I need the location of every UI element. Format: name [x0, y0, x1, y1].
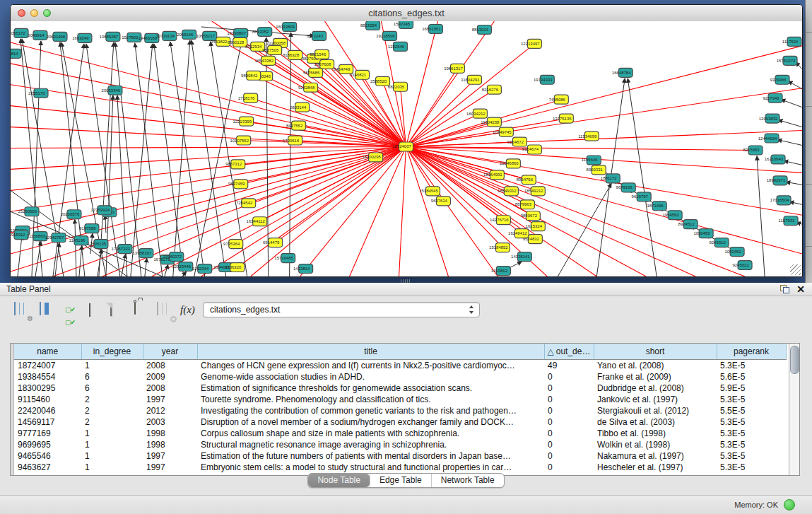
citation-edge[interactable]: [98, 249, 102, 276]
table-cell[interactable]: 2008: [143, 360, 197, 372]
column-header-name[interactable]: name: [14, 344, 81, 360]
citation-edge[interactable]: [11, 42, 406, 147]
table-cell[interactable]: Tibbo et al. (1998): [594, 428, 717, 439]
table-cell[interactable]: Wolkin et al. (1998): [594, 439, 717, 450]
citation-edge[interactable]: [131, 44, 153, 276]
table-cell[interactable]: Dudbridge et al. (2008): [594, 382, 717, 394]
table-cell[interactable]: 5.3E-5: [717, 416, 786, 428]
network-graph[interactable]: 2055172204391420691406166304910655287152…: [11, 21, 802, 276]
table-cell[interactable]: Franke et al. (2009): [594, 371, 717, 382]
table-cell[interactable]: 5.6E-5: [717, 371, 786, 382]
table-cell[interactable]: 5.3E-5: [717, 450, 786, 462]
table-cell[interactable]: 2003: [143, 416, 197, 428]
table-cell[interactable]: 0: [544, 462, 594, 473]
table-cell[interactable]: 0: [544, 416, 594, 428]
citation-edge[interactable]: [789, 201, 802, 204]
table-cell[interactable]: 6: [81, 371, 143, 382]
table-cell[interactable]: 9699695: [14, 439, 81, 450]
table-cell[interactable]: 1: [81, 428, 143, 439]
trash-icon[interactable]: [134, 302, 151, 319]
table-cell[interactable]: Nakamura et al. (1997): [594, 450, 717, 462]
table-cell[interactable]: 0: [544, 439, 594, 450]
citation-edge[interactable]: [406, 147, 597, 276]
table-cell[interactable]: Hescheler et al. (1997): [594, 462, 717, 473]
citation-edge[interactable]: [290, 33, 291, 276]
table-cell[interactable]: Changes of HCN gene expression and I(f) …: [197, 360, 544, 372]
table-cell[interactable]: 49: [544, 360, 594, 372]
citation-edge[interactable]: [406, 44, 535, 147]
table-cell[interactable]: 1997: [143, 394, 197, 405]
table-row[interactable]: 969969511998Structural magnetic resonanc…: [14, 439, 786, 450]
table-panel-titlebar[interactable]: Table Panel ✕: [0, 283, 812, 296]
citation-edge[interactable]: [241, 147, 406, 185]
table-cell[interactable]: Structural magnetic resonance image aver…: [197, 439, 544, 450]
citation-edge[interactable]: [115, 42, 141, 276]
table-row[interactable]: 1456911722003Disruption of a novel membe…: [14, 416, 786, 428]
table-cell[interactable]: 2008: [143, 382, 197, 394]
network-canvas[interactable]: 2055172204391420691406166304910655287152…: [11, 21, 802, 276]
column-header-short[interactable]: short: [594, 344, 717, 360]
table-cell[interactable]: 2012: [143, 405, 197, 416]
citation-edge[interactable]: [777, 140, 802, 146]
table-cell[interactable]: 2: [81, 405, 143, 416]
table-cell[interactable]: 0: [544, 428, 594, 439]
table-cell[interactable]: 0: [544, 450, 594, 462]
table-row[interactable]: 977716911998Corpus callosum shape and si…: [14, 428, 786, 439]
citation-edge[interactable]: [406, 21, 438, 147]
close-panel-icon[interactable]: ✕: [796, 284, 805, 295]
table-cell[interactable]: 5.5E-5: [717, 405, 786, 416]
table-cell[interactable]: 1: [81, 360, 143, 372]
vertical-scrollbar[interactable]: [789, 344, 799, 475]
window-titlebar[interactable]: citations_edges.txt: [11, 5, 802, 22]
citation-edge[interactable]: [145, 258, 147, 276]
table-cell[interactable]: 0: [544, 394, 594, 405]
citation-edge[interactable]: [260, 147, 406, 222]
table-cell[interactable]: 5.3E-5: [717, 360, 786, 372]
table-cell[interactable]: Genome-wide association studies in ADHD.: [197, 371, 544, 382]
table-settings-icon[interactable]: ⚙: [14, 303, 31, 320]
table-cell[interactable]: 1997: [143, 450, 197, 462]
citation-edge[interactable]: [784, 160, 802, 165]
delete-table-icon[interactable]: ✕: [157, 303, 174, 320]
table-cell[interactable]: 9115460: [14, 394, 81, 405]
table-row[interactable]: 946362711997Embryonic stem cells: a mode…: [14, 462, 786, 473]
function-builder-icon[interactable]: f(x): [180, 304, 197, 321]
citation-edge[interactable]: [55, 243, 59, 276]
table-row[interactable]: 1872400712008Changes of HCN gene express…: [14, 360, 786, 372]
citation-edge[interactable]: [18, 235, 22, 276]
table-cell[interactable]: 5.3E-5: [717, 394, 786, 405]
table-cell[interactable]: 1: [81, 439, 143, 450]
citation-edge[interactable]: [406, 147, 696, 276]
table-cell[interactable]: Jankovic et al. (1997): [594, 394, 717, 405]
table-row[interactable]: 1938455462009Genome-wide association stu…: [14, 371, 786, 382]
float-panel-icon[interactable]: [780, 285, 789, 293]
citation-edge[interactable]: [11, 106, 406, 147]
column-header-indegree[interactable]: in_degree: [81, 344, 143, 360]
citation-edge[interactable]: [311, 88, 406, 147]
table-row[interactable]: 2242004622012Investigating the contribut…: [14, 405, 786, 416]
table-cell[interactable]: 9777169: [14, 428, 81, 439]
column-header-year[interactable]: year: [143, 344, 197, 360]
table-cell[interactable]: 2: [81, 394, 143, 405]
table-cell[interactable]: 22420046: [14, 405, 81, 416]
table-cell[interactable]: 14569117: [14, 416, 81, 428]
table-cell[interactable]: 18724007: [14, 360, 81, 372]
table-cell[interactable]: Disruption of a novel member of a sodium…: [197, 416, 544, 428]
citation-edge[interactable]: [757, 156, 765, 276]
tab-node-table[interactable]: Node Table: [308, 474, 370, 487]
table-selector-dropdown[interactable]: citations_edges.txt: [203, 302, 480, 317]
table-cell[interactable]: Tourette syndrome. Phenomenology and cla…: [197, 394, 544, 405]
table-cell[interactable]: 1998: [143, 439, 197, 450]
citation-edge[interactable]: [406, 147, 756, 151]
table-cell[interactable]: 5.3E-5: [717, 428, 786, 439]
table-cell[interactable]: Embryonic stem cells: a model to study s…: [197, 462, 544, 473]
table-cell[interactable]: 1997: [143, 462, 197, 473]
citation-edge[interactable]: [350, 147, 406, 276]
table-cell[interactable]: 6: [81, 382, 143, 394]
table-cell[interactable]: 5.9E-5: [717, 382, 786, 394]
citation-edge[interactable]: [105, 215, 106, 233]
row-checks-icon[interactable]: ▢✔▢✔: [65, 302, 82, 319]
table-cell[interactable]: 1: [81, 450, 143, 462]
table-cell[interactable]: 18300295: [14, 382, 81, 394]
column-header-pagerank[interactable]: pagerank: [717, 344, 786, 360]
